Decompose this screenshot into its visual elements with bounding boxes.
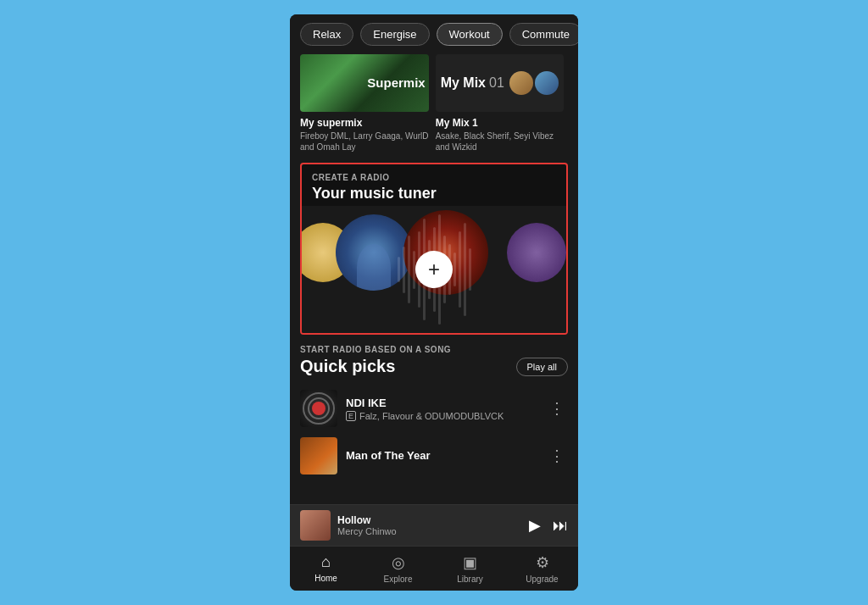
- bottom-nav: ⌂ Home ◎ Explore ▣ Library ⚙ Upgrade: [290, 546, 578, 591]
- tab-commute[interactable]: Commute: [509, 23, 578, 46]
- mymix1-thumb: My Mix 01: [436, 54, 565, 112]
- song-title-ndi-ike: NDI IKE: [346, 397, 537, 409]
- bar: [403, 247, 405, 293]
- quick-picks-section: START RADIO BASED ON A SONG Quick picks …: [290, 345, 578, 480]
- radio-section[interactable]: CREATE A RADIO Your music tuner: [300, 163, 568, 335]
- song-artists-ndi-ike: Falz, Flavour & ODUMODUBLVCK: [359, 411, 504, 421]
- now-playing-thumb: [300, 510, 331, 541]
- supermix-subtitle: Fireboy DML, Larry Gaaga, WurlD and Omah…: [300, 130, 429, 153]
- supermix-card[interactable]: Supermix My supermix Fireboy DML, Larry …: [300, 54, 429, 153]
- song-info-ndi-ike: NDI IKE E Falz, Flavour & ODUMODUBLVCK: [346, 397, 537, 421]
- bar: [469, 248, 471, 291]
- more-button-man[interactable]: ⋮: [546, 443, 568, 469]
- now-playing-artist: Mercy Chinwo: [337, 526, 522, 536]
- now-playing-info: Hollow Mercy Chinwo: [337, 514, 522, 536]
- nav-label-explore: Explore: [384, 574, 413, 584]
- song-thumb-man: [300, 437, 337, 475]
- now-playing-title: Hollow: [337, 514, 522, 526]
- nav-item-explore[interactable]: ◎ Explore: [362, 547, 434, 591]
- quick-picks-title: Quick picks: [300, 357, 395, 376]
- song-info-man: Man of The Year: [346, 449, 537, 463]
- tab-energise[interactable]: Energise: [360, 23, 429, 46]
- quick-picks-header: Quick picks Play all: [300, 357, 568, 376]
- song-thumb-ndi-ike: [300, 390, 337, 427]
- radio-title: Your music tuner: [312, 185, 556, 203]
- now-playing-controls: ▶ ⏭: [529, 516, 568, 535]
- play-all-button[interactable]: Play all: [516, 358, 568, 376]
- library-icon: ▣: [463, 553, 477, 572]
- upgrade-icon: ⚙: [536, 553, 549, 572]
- bar: [459, 231, 461, 308]
- nav-item-library[interactable]: ▣ Library: [434, 547, 506, 591]
- mymix1-thumb-num: 01: [489, 75, 504, 91]
- radio-label: CREATE A RADIO: [312, 173, 556, 182]
- nav-label-library: Library: [457, 574, 483, 584]
- phone-screen: Relax Energise Workout Commute Supermix …: [290, 14, 578, 591]
- mymix1-card[interactable]: My Mix 01 My Mix 1 Asake, Black Sherif, …: [436, 54, 565, 153]
- supermix-title: My supermix: [300, 117, 429, 129]
- supermix-thumb-label: Supermix: [367, 76, 425, 91]
- song-list: NDI IKE E Falz, Flavour & ODUMODUBLVCK ⋮…: [300, 385, 568, 480]
- mymix1-avatars: [509, 71, 559, 95]
- mymix1-thumb-label: My Mix: [441, 75, 486, 91]
- nav-item-upgrade[interactable]: ⚙ Upgrade: [506, 547, 578, 591]
- nav-label-home: Home: [314, 574, 337, 583]
- next-track-button[interactable]: ⏭: [553, 517, 568, 535]
- ndi-center: [312, 402, 326, 415]
- nav-label-upgrade: Upgrade: [526, 574, 558, 584]
- supermix-thumb: Supermix: [300, 54, 429, 112]
- bar: [398, 257, 400, 282]
- ndi-art: [300, 390, 337, 427]
- play-pause-button[interactable]: ▶: [529, 516, 541, 535]
- song-row-ndi-ike[interactable]: NDI IKE E Falz, Flavour & ODUMODUBLVCK ⋮: [300, 385, 568, 432]
- radio-plus-button[interactable]: +: [415, 251, 453, 288]
- explicit-icon: E: [346, 411, 356, 421]
- avatar-1: [509, 71, 533, 95]
- quick-picks-label: START RADIO BASED ON A SONG: [300, 345, 568, 354]
- explore-icon: ◎: [392, 553, 405, 572]
- bar: [464, 223, 466, 316]
- more-button-ndi-ike[interactable]: ⋮: [546, 396, 568, 421]
- avatar-2: [535, 71, 559, 95]
- song-title-man: Man of The Year: [346, 449, 537, 462]
- bar: [453, 253, 456, 286]
- bar: [408, 236, 410, 303]
- mymix1-title: My Mix 1: [436, 117, 565, 129]
- genre-tabs: Relax Energise Workout Commute: [290, 14, 578, 54]
- mymix1-subtitle: Asake, Black Sherif, Seyi Vibez and Wizk…: [436, 130, 565, 153]
- tab-relax[interactable]: Relax: [300, 23, 353, 46]
- tab-workout[interactable]: Workout: [437, 23, 503, 46]
- song-artists-row-ndi-ike: E Falz, Flavour & ODUMODUBLVCK: [346, 411, 537, 421]
- radio-header: CREATE A RADIO Your music tuner: [302, 164, 566, 206]
- now-playing-bar[interactable]: Hollow Mercy Chinwo ▶ ⏭: [290, 504, 578, 546]
- mix-cards-row: Supermix My supermix Fireboy DML, Larry …: [290, 54, 578, 153]
- song-row-man[interactable]: Man of The Year ⋮: [300, 432, 568, 480]
- home-icon: ⌂: [321, 553, 331, 571]
- nav-item-home[interactable]: ⌂ Home: [290, 547, 362, 591]
- radio-visual: +: [302, 206, 566, 333]
